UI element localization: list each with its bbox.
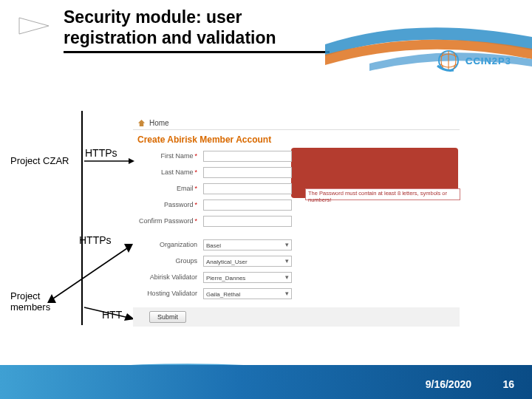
label-organization: Organization bbox=[133, 241, 203, 248]
row-last-name: Last Name* bbox=[133, 164, 460, 180]
ccin2p3-logo: CCIN2P3 bbox=[436, 46, 517, 75]
row-groups: Groups Analytical_User bbox=[133, 253, 460, 269]
label-project-members: Project members bbox=[10, 291, 50, 313]
https-label-2: HTTPs bbox=[79, 234, 112, 246]
input-confirm-password[interactable] bbox=[203, 216, 292, 227]
registration-form-screenshot: Home Create Abirisk Member Account First… bbox=[133, 117, 460, 327]
title-underline bbox=[64, 51, 330, 53]
row-first-name: First Name* bbox=[133, 148, 460, 164]
input-first-name[interactable] bbox=[203, 151, 292, 162]
submit-row: Submit bbox=[133, 307, 460, 327]
svg-marker-5 bbox=[124, 244, 133, 253]
form-title: Create Abirisk Member Account bbox=[133, 130, 460, 148]
footer-date: 9/16/2020 bbox=[426, 378, 471, 390]
label-members-l2: members bbox=[10, 301, 50, 313]
home-icon bbox=[137, 119, 146, 127]
label-groups: Groups bbox=[133, 257, 203, 265]
label-confirm-password: Confirm Password* bbox=[133, 217, 203, 225]
svg-line-4 bbox=[53, 248, 127, 299]
submit-button[interactable]: Submit bbox=[149, 311, 186, 323]
play-triangle-icon bbox=[17, 16, 51, 35]
input-password[interactable] bbox=[203, 200, 292, 211]
row-abirisk-validator: Abirisk Validator Pierre_Dannes bbox=[133, 269, 460, 285]
https-label-1: HTTPs bbox=[85, 147, 117, 159]
footer-page-number: 16 bbox=[502, 378, 514, 390]
password-hint: The Password must contain at least 8 let… bbox=[305, 188, 460, 200]
select-hosting-validator[interactable]: Gaila_Réthal bbox=[203, 288, 292, 299]
svg-marker-0 bbox=[19, 18, 49, 34]
globe-icon bbox=[436, 48, 461, 73]
arrow-members-double bbox=[44, 241, 134, 307]
logo-text: CCIN2P3 bbox=[466, 55, 511, 66]
label-members-l1: Project bbox=[10, 290, 40, 301]
label-email: Email* bbox=[133, 185, 203, 192]
http-label: HTT bbox=[102, 309, 122, 321]
label-first-name: First Name* bbox=[133, 152, 203, 160]
row-hosting-validator: Hosting Validator Gaila_Réthal bbox=[133, 285, 460, 301]
slide-title: Security module: user registration and v… bbox=[64, 7, 330, 53]
diagram-vertical-axis bbox=[81, 111, 83, 325]
header: Security module: user registration and v… bbox=[0, 0, 532, 89]
select-groups[interactable]: Analytical_User bbox=[203, 256, 292, 267]
label-last-name: Last Name* bbox=[133, 168, 203, 176]
select-abirisk-validator[interactable]: Pierre_Dannes bbox=[203, 272, 292, 283]
title-text: Security module: user registration and v… bbox=[64, 7, 330, 48]
input-email[interactable] bbox=[203, 183, 292, 194]
row-confirm-password: Confirm Password* bbox=[133, 213, 460, 229]
home-text: Home bbox=[149, 119, 169, 127]
label-abirisk-validator: Abirisk Validator bbox=[133, 273, 203, 281]
select-organization[interactable]: Basel bbox=[203, 239, 292, 250]
input-last-name[interactable] bbox=[203, 167, 292, 178]
breadcrumb-home: Home bbox=[133, 117, 460, 130]
row-organization: Organization Basel bbox=[133, 236, 460, 253]
label-project-czar: Project CZAR bbox=[10, 155, 69, 166]
label-password: Password* bbox=[133, 201, 203, 208]
label-hosting-validator: Hosting Validator bbox=[133, 290, 203, 297]
